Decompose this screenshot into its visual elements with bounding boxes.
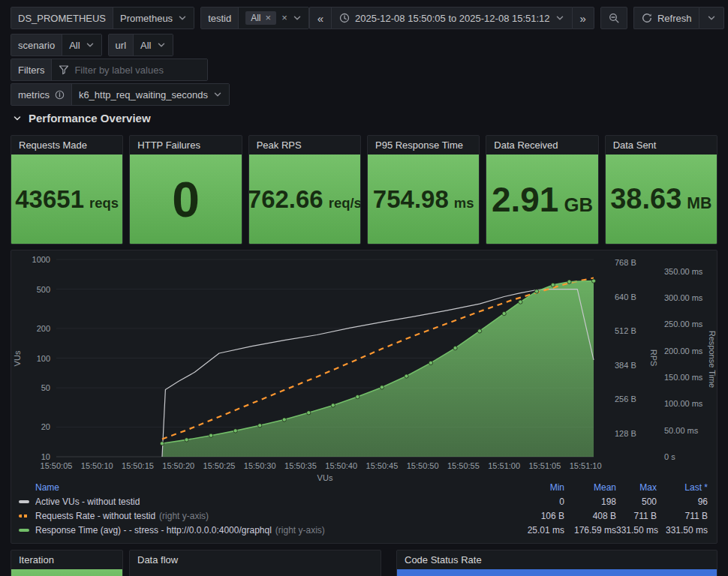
time-shift-back-button[interactable]: « — [309, 7, 331, 29]
y-left-tick: 1000 — [11, 254, 50, 265]
y-axis-bytes-title: RPS — [649, 343, 658, 373]
stat-unit: reqs — [89, 195, 119, 212]
variable-scenario-label: scenario — [11, 34, 62, 56]
refresh-label: Refresh — [657, 13, 692, 24]
timeseries-chart[interactable] — [11, 250, 717, 477]
clear-all-icon[interactable]: × — [281, 14, 287, 22]
x-tick: 15:51:00 — [483, 460, 525, 471]
variable-datasource-value[interactable]: Prometheus — [113, 8, 194, 28]
panel-title: Requests Made — [11, 136, 122, 154]
legend-value: 331.50 ms — [657, 525, 708, 536]
chevron-down-icon — [707, 14, 716, 22]
stat-panel-requests-made: Requests Made 43651reqs — [11, 135, 123, 244]
y-ms-tick: 150.00 ms — [664, 372, 702, 382]
metrics-row: metrics k6_http_req_waiting_seconds — [11, 83, 717, 106]
x-tick: 15:50:20 — [158, 460, 200, 471]
y-bytes-tick: 128 B — [615, 428, 636, 439]
testid-selected-chip[interactable]: All × — [245, 11, 276, 25]
variables-row: scenario All url All — [11, 34, 717, 56]
legend-series-name[interactable]: Active VUs - without testid — [35, 496, 501, 507]
variable-url-value[interactable]: All — [134, 34, 172, 56]
metrics-value[interactable]: k6_http_req_waiting_seconds — [72, 84, 229, 105]
zoom-out-button[interactable] — [600, 7, 627, 29]
legend-series-swatch — [19, 514, 29, 518]
stat-value: 0 — [172, 171, 200, 228]
legend-series-name[interactable]: Requests Rate - without testid(right y-a… — [35, 511, 501, 521]
chip-remove-icon[interactable]: × — [266, 14, 272, 22]
legend-value: 711 B — [657, 511, 708, 521]
x-tick: 15:50:50 — [402, 460, 444, 471]
metrics-selected-text: k6_http_req_waiting_seconds — [79, 89, 208, 100]
stat-panel-http-failures: HTTP Failures 0 — [129, 135, 242, 244]
chevron-down-icon — [157, 40, 166, 50]
legend-value: 408 B — [564, 511, 616, 521]
panel-title: Peak RPS — [249, 136, 360, 154]
double-chevron-right-icon: » — [580, 13, 586, 24]
variable-testid-value[interactable]: All × × — [239, 8, 308, 28]
funnel-icon — [59, 64, 69, 75]
stat-panel-data-sent: Data Sent 38.63MB — [605, 135, 717, 244]
legend-axis-suffix: (right y-axis) — [159, 511, 209, 521]
stat-panel-p95-response-time: P95 Response Time 754.98ms — [367, 135, 480, 244]
time-shift-forward-button[interactable]: » — [572, 7, 594, 29]
panel-title: P95 Response Time — [368, 136, 479, 154]
legend-value: 711 B — [616, 511, 657, 521]
chevron-down-icon — [213, 90, 222, 99]
label-filter-input[interactable] — [74, 64, 200, 76]
variable-testid: testid All × × — [200, 7, 309, 29]
stat-value: 38.63 — [610, 183, 681, 215]
legend-series-name-text: Active VUs - without testid — [35, 496, 140, 507]
y-bytes-tick: 384 B — [615, 360, 636, 370]
y-left-tick: 500 — [11, 284, 50, 295]
refresh-control: Refresh — [633, 7, 725, 29]
legend-value: 25.01 ms — [501, 525, 564, 536]
legend-header-row: NameMinMeanMaxLast * — [19, 480, 708, 494]
y-ms-tick: 350.00 ms — [664, 266, 702, 277]
time-range-button[interactable]: 2025-12-08 15:50:05 to 2025-12-08 15:51:… — [331, 7, 572, 29]
variable-testid-label: testid — [201, 8, 239, 28]
testid-chip-text: All — [251, 13, 260, 23]
variable-url-label: url — [109, 34, 134, 56]
legend-header-last[interactable]: Last * — [657, 482, 708, 493]
double-chevron-left-icon: « — [317, 13, 323, 24]
grafana-dashboard: DS_PROMETHEUS Prometheus testid All × × — [0, 0, 728, 576]
legend-value: 106 B — [501, 511, 564, 521]
legend-series-swatch — [19, 529, 29, 532]
x-tick: 15:50:45 — [361, 460, 403, 471]
chevron-down-icon — [555, 14, 564, 22]
legend-value: 0 — [501, 496, 564, 507]
refresh-interval-button[interactable] — [699, 7, 724, 29]
time-controls: « 2025-12-08 15:50:05 to 2025-12-08 15:5… — [309, 7, 594, 29]
x-tick: 15:50:10 — [76, 460, 118, 471]
scenario-selected-text: All — [69, 40, 80, 51]
panel-title: Data Sent — [606, 136, 717, 154]
section-chevron-down-icon — [12, 113, 23, 124]
refresh-button[interactable]: Refresh — [633, 7, 699, 29]
y-ms-tick: 100.00 ms — [664, 398, 702, 409]
y-ms-tick: 0 s — [664, 452, 675, 462]
legend-header-mean[interactable]: Mean — [564, 482, 616, 493]
panel-iteration: Iteration — [11, 550, 123, 576]
legend-header-max[interactable]: Max — [616, 482, 657, 493]
stat-value: 43651 — [15, 185, 84, 214]
legend-header-name[interactable]: Name — [35, 482, 501, 493]
stat-value-area: 38.63MB — [606, 154, 717, 244]
stats-row: Requests Made 43651reqs HTTP Failures 0 … — [11, 135, 717, 244]
timeseries-panel: 1000500200100502010768 B640 B512 B384 B2… — [11, 250, 717, 544]
legend-series-name[interactable]: Response Time (avg) - - stress - http://… — [35, 525, 501, 536]
legend-value: 198 — [564, 496, 616, 507]
legend-row: Requests Rate - without testid(right y-a… — [19, 508, 708, 523]
stat-value: 754.98 — [373, 185, 449, 214]
legend-series-swatch — [19, 500, 29, 503]
clock-icon — [339, 13, 350, 23]
panel-title: Iteration — [11, 550, 122, 569]
variable-scenario-value[interactable]: All — [62, 34, 101, 56]
y-bytes-tick: 256 B — [615, 394, 636, 404]
section-performance-overview[interactable]: Performance Overview — [12, 112, 151, 124]
legend-header-min[interactable]: Min — [501, 482, 564, 493]
x-tick: 15:50:15 — [116, 460, 158, 471]
stat-value-area: 43651reqs — [11, 154, 122, 244]
refresh-icon — [642, 13, 652, 23]
time-range-text: 2025-12-08 15:50:05 to 2025-12-08 15:51:… — [355, 13, 550, 24]
stat-panel-data-received: Data Received 2.91GB — [486, 135, 598, 244]
